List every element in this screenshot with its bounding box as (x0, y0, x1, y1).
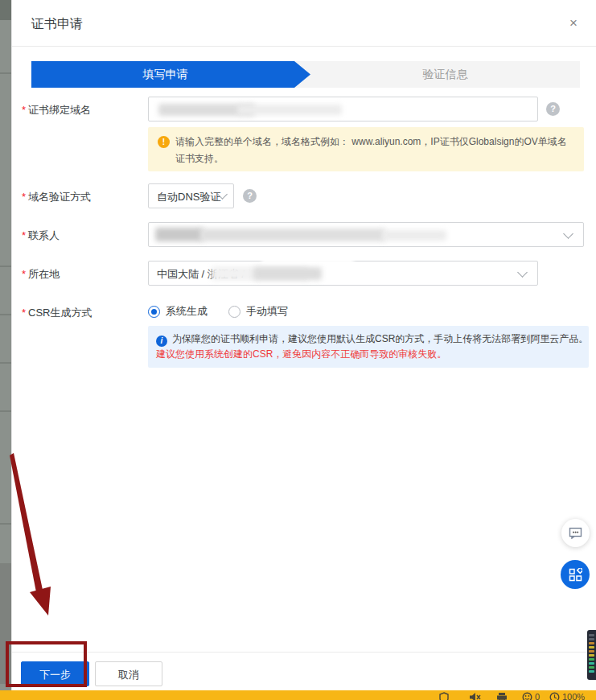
apps-grid-button[interactable] (561, 560, 590, 589)
domain-notice-text: 请输入完整的单个域名，域名格式例如： www.aliyun.com，IP证书仅G… (175, 134, 574, 167)
csr-advice-notice: i为保障您的证书顺利申请，建议您使用默认生成CSR的方式，手动上传将无法部署到阿… (148, 326, 589, 368)
background-divider (0, 410, 11, 412)
redacted-contact-value (155, 228, 203, 241)
shield-icon[interactable] (439, 692, 449, 700)
edge-toolbar-widget[interactable] (587, 630, 596, 680)
csr-notice-line1: i为保障您的证书顺利申请，建议您使用默认生成CSR的方式，手动上传将无法部署到阿… (156, 331, 581, 347)
chat-bubble-icon (569, 527, 582, 539)
required-mark: * (22, 104, 26, 116)
redacted-contact-value (382, 230, 446, 241)
domain-help-icon[interactable]: ? (546, 102, 560, 116)
csr-radio-group: 系统生成 手动填写 (148, 304, 288, 319)
background-divider (0, 362, 11, 364)
background-divider (0, 523, 11, 525)
radio-system-generate[interactable] (148, 306, 160, 318)
contact-label: *联系人 (22, 229, 60, 243)
radio-manual-fill[interactable] (228, 306, 240, 318)
volume-muted-icon[interactable] (469, 692, 481, 700)
radio-system-generate-label[interactable]: 系统生成 (166, 304, 208, 319)
verify-method-help-icon[interactable]: ? (243, 189, 257, 203)
zoom-level-indicator[interactable]: 100% (549, 692, 585, 700)
header-divider (12, 46, 596, 47)
certificate-application-dialog: 证书申请 × 填写申请 验证信息 *证书绑定域名 ? ! 请输入完整的单个域名，… (11, 0, 596, 690)
verify-method-select[interactable]: 自动DNS验证 (148, 183, 234, 208)
verify-method-label-text: 域名验证方式 (28, 191, 91, 203)
csr-label-text: CSR生成方式 (28, 307, 92, 319)
step-fill-application: 填写申请 (31, 61, 310, 88)
zoom-level: 100% (562, 692, 585, 700)
redaction-smudge (261, 251, 354, 263)
background-divider (0, 266, 11, 267)
background-divider (0, 72, 11, 74)
close-icon[interactable]: × (565, 14, 582, 32)
contact-select[interactable] (148, 222, 584, 247)
domain-format-notice: ! 请输入完整的单个域名，域名格式例如： www.aliyun.com，IP证书… (148, 127, 584, 171)
footer-divider (12, 652, 596, 653)
step-verify-info: 验证信息 (310, 61, 580, 88)
required-mark: * (22, 229, 26, 241)
chevron-down-icon (517, 267, 528, 278)
background-segment (0, 563, 11, 684)
csr-method-label: *CSR生成方式 (22, 306, 92, 320)
verify-method-label: *域名验证方式 (22, 190, 91, 204)
domain-label-text: 证书绑定域名 (28, 104, 91, 116)
cancel-button[interactable]: 取消 (95, 661, 162, 686)
domain-field-label: *证书绑定域名 (22, 103, 91, 117)
warning-icon: ! (158, 136, 170, 148)
redacted-location-value (253, 267, 322, 280)
verify-method-value: 自动DNS验证 (157, 190, 220, 204)
printer-icon[interactable] (496, 692, 508, 700)
background-divider (0, 314, 11, 315)
csr-notice-line2: 建议您使用系统创建的CSR，避免因内容不正确而导致的审核失败。 (156, 347, 581, 362)
contact-label-text: 联系人 (28, 229, 60, 241)
domain-input[interactable] (148, 97, 538, 121)
emoji-count-indicator[interactable]: 0 (522, 692, 540, 700)
emoji-count: 0 (535, 692, 540, 700)
background-page-strip (0, 0, 11, 690)
redacted-domain-value (237, 105, 342, 115)
location-label-text: 所在地 (28, 268, 60, 280)
location-select[interactable]: 中国大陆 / 浙江省 / (148, 261, 538, 286)
apps-grid-icon (569, 568, 582, 582)
required-mark: * (22, 268, 26, 280)
required-mark: * (22, 307, 26, 319)
chevron-down-icon (563, 229, 573, 239)
redacted-contact-value (200, 229, 385, 241)
step-bar: 填写申请 验证信息 (31, 61, 580, 88)
radio-manual-fill-label[interactable]: 手动填写 (246, 304, 288, 319)
feedback-button[interactable] (561, 519, 590, 547)
required-mark: * (22, 191, 26, 203)
taskbar: 0 100% (0, 690, 596, 700)
background-segment (0, 0, 11, 20)
csr-notice-line1-text: 为保障您的证书顺利申请，建议您使用默认生成CSR的方式，手动上传将无法部署到阿里… (172, 333, 588, 344)
location-label: *所在地 (22, 267, 60, 282)
page-root: { "dialog": { "title": "证书申请", "close_gl… (0, 0, 596, 700)
page-title: 证书申请 (31, 16, 83, 33)
info-icon: i (156, 336, 167, 347)
next-step-button[interactable]: 下一步 (21, 661, 89, 686)
